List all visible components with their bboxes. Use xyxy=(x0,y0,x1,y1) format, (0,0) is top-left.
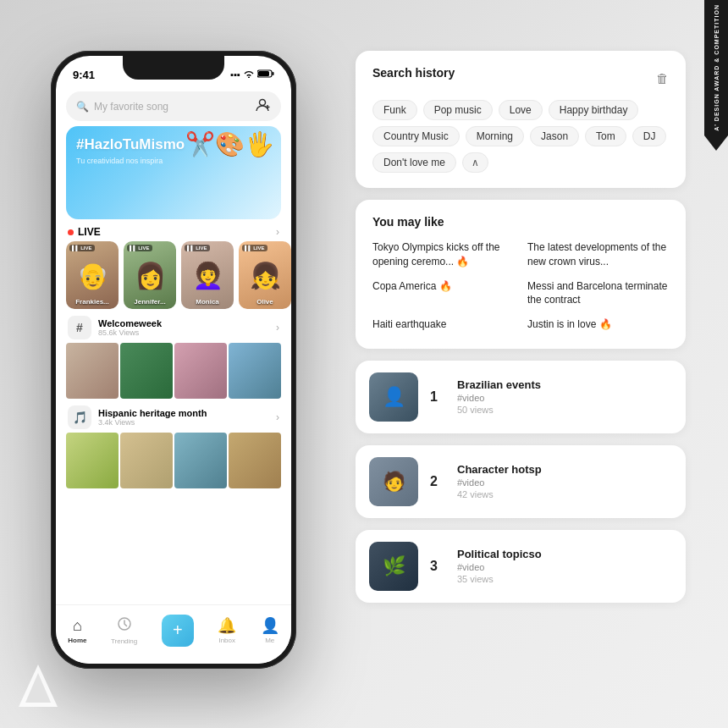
may-like-item-4[interactable]: Messi and Barcelona terminate the contra… xyxy=(527,278,669,310)
search-tags: Funk Pop music Love Happy birthday Count… xyxy=(372,100,669,173)
hero-text: #HazloTuMismo Tu creatividad nos inspira xyxy=(76,136,185,165)
tag-dj[interactable]: DJ xyxy=(632,126,667,146)
heritage-views: 3.4k Views xyxy=(98,418,269,427)
trending-thumb-2: 🧑 xyxy=(369,457,418,506)
search-history-card: Search history 🗑 Funk Pop music Love Hap… xyxy=(356,51,686,188)
delete-history-icon[interactable]: 🗑 xyxy=(656,71,669,85)
status-icons: ▪▪▪ xyxy=(230,69,274,80)
may-like-item-3[interactable]: Copa America 🔥 xyxy=(372,278,514,310)
live-label: LIVE xyxy=(68,226,101,238)
hero-banner[interactable]: #HazloTuMismo Tu creatividad nos inspira… xyxy=(66,126,281,219)
heritage-info: Hispanic heritage month 3.4k Views xyxy=(98,408,269,427)
trending-card-2[interactable]: 🧑 2 Character hotsp #video 42 views xyxy=(356,445,686,518)
live-badge-4: ▌▌ LIVE xyxy=(242,245,267,251)
nav-trending[interactable]: Trending xyxy=(111,616,137,645)
trending-views-2: 42 views xyxy=(457,489,672,499)
trending-card-3[interactable]: 🌿 3 Political topicso #video 35 views xyxy=(356,530,686,603)
tag-morning[interactable]: Morning xyxy=(466,126,524,146)
award-badge: A' DESIGN AWARD & COMPETITION xyxy=(704,0,728,135)
tag-jason[interactable]: Jason xyxy=(530,126,579,146)
home-icon: ⌂ xyxy=(73,617,82,635)
heritage-arrow[interactable]: › xyxy=(276,411,279,423)
trending-title-3: Political topicso xyxy=(457,548,672,560)
may-like-item-2[interactable]: The latest developments of the new crown… xyxy=(527,239,669,271)
may-like-title: You may like xyxy=(372,215,669,229)
welcomeweek-section: # Welcomeweek 85.6k Views › xyxy=(56,309,291,341)
trending-thumb-1: 👤 xyxy=(369,372,418,422)
tag-country-music[interactable]: Country Music xyxy=(372,126,460,146)
live-user-2[interactable]: 👩 ▌▌ LIVE Jennifer... xyxy=(124,241,176,309)
wifi-icon xyxy=(244,69,254,80)
trending-rank-1: 1 xyxy=(430,389,445,405)
grid-photo-1 xyxy=(66,343,119,399)
heritage-grid xyxy=(56,431,291,490)
search-bar[interactable]: 🔍 My favorite song xyxy=(66,91,281,121)
trending-title-1: Brazilian events xyxy=(457,378,672,391)
hero-decorations: ✂️🎨🖐️ xyxy=(185,130,274,158)
trending-icon xyxy=(117,616,132,636)
live-users-row: 👴 ▌▌ LIVE Frankies... 👩 ▌▌ LIVE Jennifer… xyxy=(56,241,291,309)
profile-icon: 👤 xyxy=(261,616,279,635)
grid-photo-4 xyxy=(229,343,281,399)
live-user-3[interactable]: 👩‍🦱 ▌▌ LIVE Monica xyxy=(181,241,234,309)
trending-card-1[interactable]: 👤 1 Brazilian events #video 50 views xyxy=(356,361,686,433)
tag-dont-love-me[interactable]: Don't love me xyxy=(372,152,456,173)
nav-inbox[interactable]: 🔔 Inbox xyxy=(218,616,236,644)
tag-pop-music[interactable]: Pop music xyxy=(423,100,493,120)
live-badge-3: ▌▌ LIVE xyxy=(185,245,210,251)
phone-notch xyxy=(123,56,224,80)
heritage-photo-4 xyxy=(229,433,281,488)
heritage-name: Hispanic heritage month xyxy=(98,408,269,418)
live-badge-1: ▌▌ LIVE xyxy=(69,245,95,251)
create-button[interactable]: + xyxy=(162,615,194,647)
trending-info-2: Character hotsp #video 42 views xyxy=(457,463,672,499)
status-time: 9:41 xyxy=(73,69,95,81)
tag-tom[interactable]: Tom xyxy=(585,126,626,146)
heritage-section: 🎵 Hispanic heritage month 3.4k Views › xyxy=(56,400,291,431)
tag-happy-birthday[interactable]: Happy birthday xyxy=(549,100,639,120)
trending-title-2: Character hotsp xyxy=(457,463,672,476)
live-user-1[interactable]: 👴 ▌▌ LIVE Frankies... xyxy=(66,241,119,309)
live-text: LIVE xyxy=(78,226,101,238)
me-label: Me xyxy=(265,637,274,644)
grid-photo-3 xyxy=(174,343,227,399)
may-like-item-5[interactable]: Haiti earthquake xyxy=(372,316,514,334)
heritage-photo-3 xyxy=(174,433,227,488)
nav-home[interactable]: ⌂ Home xyxy=(68,617,86,644)
fire-icon-3: 🔥 xyxy=(439,280,452,292)
hero-subtitle: Tu creatividad nos inspira xyxy=(76,157,185,165)
search-icon: 🔍 xyxy=(76,101,89,113)
add-person-icon[interactable] xyxy=(256,97,271,115)
battery-icon xyxy=(257,69,274,80)
nav-create[interactable]: + xyxy=(162,615,194,647)
live-arrow-icon[interactable]: › xyxy=(276,226,279,238)
search-placeholder: My favorite song xyxy=(94,101,251,113)
may-like-item-6[interactable]: Justin is in love 🔥 xyxy=(527,316,669,334)
hash-icon: # xyxy=(68,316,91,339)
tag-funk[interactable]: Funk xyxy=(372,100,417,120)
fire-icon-1: 🔥 xyxy=(456,256,469,267)
tag-love[interactable]: Love xyxy=(499,100,543,120)
trending-info-1: Brazilian events #video 50 views xyxy=(457,378,672,415)
music-icon: 🎵 xyxy=(68,405,91,429)
award-triangle xyxy=(704,135,728,151)
trending-rank-3: 3 xyxy=(430,559,445,574)
hashtag-views: 85.6k Views xyxy=(98,328,269,337)
award-text: A' DESIGN AWARD & COMPETITION xyxy=(714,4,720,131)
live-badge-2: ▌▌ LIVE xyxy=(127,245,152,251)
live-user-4[interactable]: 👧 ▌▌ LIVE Olive xyxy=(239,241,291,309)
hashtag-arrow[interactable]: › xyxy=(276,322,279,334)
you-may-like-card: You may like Tokyo Olympics kicks off th… xyxy=(356,200,686,349)
may-like-grid: Tokyo Olympics kicks off the opening cer… xyxy=(372,239,669,334)
heritage-photo-1 xyxy=(66,433,119,488)
may-like-item-1[interactable]: Tokyo Olympics kicks off the opening cer… xyxy=(372,239,514,271)
trending-label: Trending xyxy=(111,637,137,645)
trending-tag-1: #video xyxy=(457,393,672,403)
live-section-header: LIVE › xyxy=(56,219,291,241)
live-dot xyxy=(68,229,74,235)
svg-rect-3 xyxy=(258,71,269,76)
live-name-2: Jennifer... xyxy=(124,298,176,306)
welcomeweek-grid xyxy=(56,341,291,400)
collapse-tags-button[interactable]: ∧ xyxy=(462,152,488,173)
nav-me[interactable]: 👤 Me xyxy=(261,616,279,644)
